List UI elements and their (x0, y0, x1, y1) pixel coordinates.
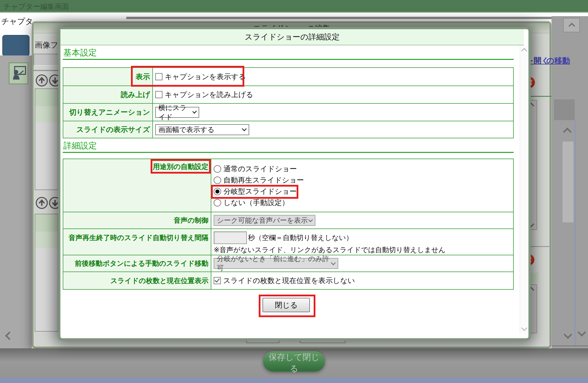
radio-icon[interactable] (214, 165, 221, 173)
slideshow-thumbnail[interactable] (9, 62, 28, 84)
page-left-panel (0, 55, 32, 348)
page-blue-button[interactable] (2, 35, 29, 56)
size-label: スライドの表示サイズ (63, 121, 153, 138)
radio-normal-label: 通常のスライドショー (223, 164, 297, 174)
table-row-display: 表示 キャプションを表示する (63, 68, 513, 85)
table-row-size: スライドの表示サイズ 画面幅で表示する (63, 121, 513, 138)
page-heading-fragment: チャプタ (1, 16, 33, 27)
table-row-animation: 切り替えアニメーション 横にスライド (63, 103, 513, 121)
scrollbar-thumb[interactable] (563, 142, 574, 222)
radio-icon[interactable] (214, 199, 221, 207)
readaloud-caption-checkbox[interactable] (155, 91, 162, 98)
readaloud-caption-label: キャプションを読み上げる (165, 90, 253, 99)
animation-select[interactable]: 横にスライド (155, 107, 199, 118)
display-label: 表示 (63, 68, 153, 85)
table-row-readaloud: 読み上げ キャプションを読み上げる (63, 85, 513, 103)
interval-label: 音声再生終了時のスライド自動切り替え間隔 (63, 229, 211, 255)
scroll-down-icon[interactable] (521, 325, 527, 331)
image-file-input[interactable] (34, 54, 59, 66)
advanced-settings-heading: 詳細設定 (63, 140, 97, 152)
count-display-label: スライドの枚数と現在位置表示 (63, 272, 211, 289)
slideshow-settings-modal: スライドショーの詳細設定 基本設定 表示 キャプションを表示する 読み上げ キャ… (58, 27, 531, 341)
close-button[interactable]: 閉じる (262, 298, 310, 312)
page-title-bar: チャプター編集画面 (0, 0, 588, 13)
page-footer-bar (0, 378, 588, 383)
radio-option-none[interactable]: しない（手動設定） (214, 197, 289, 208)
animation-label: 切り替えアニメーション (63, 104, 153, 121)
table-row-interval: 音声再生終了時のスライド自動切り替え間隔 秒（空欄＝自動切り替えしない） ※音声… (63, 228, 513, 255)
manual-move-value: 分岐がないとき「前に進む」のみ許可 (217, 254, 332, 273)
interval-note: ※音声がないスライド、リンクがあるスライドでは自動切り替えしません (214, 245, 445, 254)
list-item[interactable] (35, 106, 58, 122)
list-item[interactable] (35, 214, 58, 232)
readaloud-label: 読み上げ (63, 86, 153, 103)
divider (552, 345, 588, 346)
radio-option-branch[interactable]: 分岐型スライドショー (214, 186, 297, 197)
slide-list[interactable] (35, 88, 58, 190)
presentation-icon (11, 65, 26, 81)
animation-select-value: 横にスライド (158, 103, 193, 122)
divider (34, 70, 60, 71)
screen: チャプター編集画面 チャプタ スライドショーの編集 画像フ (0, 0, 588, 383)
size-select-value: 画面幅で表示する (158, 125, 215, 134)
move-up-icon[interactable] (35, 196, 48, 209)
basic-settings-table: 表示 キャプションを表示する 読み上げ キャプションを読み上げる 切り替えアニメ… (63, 67, 514, 138)
section-underline (63, 152, 514, 153)
advanced-settings-table: 用途別の自動設定 通常のスライドショー 自動再生スライドショー 分岐型スライドシ… (63, 159, 514, 290)
page-top-divider (126, 17, 588, 19)
modal-title: スライドショーの詳細設定 (60, 29, 524, 45)
display-caption-label: キャプションを表示する (165, 72, 246, 81)
modal-scrollbar[interactable] (520, 45, 528, 334)
chevron-down-icon (308, 217, 313, 222)
size-select[interactable]: 画面幅で表示する (155, 124, 249, 135)
interval-input[interactable] (214, 231, 247, 244)
save-close-button[interactable]: 保存して閉じる (263, 351, 325, 371)
table-row-manual-move: 前後移動ボタンによる手動のスライド移動 分岐がないとき「前に進む」のみ許可 (63, 255, 513, 272)
radio-icon[interactable] (214, 176, 221, 184)
page-title: チャプター編集画面 (3, 2, 69, 10)
display-caption-checkbox[interactable] (155, 73, 162, 80)
page-scroll-top-box[interactable] (563, 18, 580, 32)
radio-option-normal[interactable]: 通常のスライドショー (214, 163, 297, 174)
divider (575, 121, 576, 346)
move-up-icon[interactable] (35, 74, 48, 87)
list-item[interactable] (35, 232, 58, 248)
move-link[interactable]: の移動 (546, 55, 570, 66)
radio-option-autoplay[interactable]: 自動再生スライドショー (214, 174, 304, 186)
section-underline (63, 59, 514, 60)
slide-list[interactable] (35, 214, 58, 332)
list-item[interactable] (35, 89, 58, 106)
radio-autoplay-label: 自動再生スライドショー (223, 175, 304, 185)
manual-move-label: 前後移動ボタンによる手動のスライド移動 (63, 255, 211, 272)
manual-move-select: 分岐がないとき「前に進む」のみ許可 (214, 258, 338, 269)
chevron-down-icon (242, 127, 247, 131)
count-display-checkbox[interactable] (214, 277, 221, 284)
audio-control-select: シーク可能な音声バーを表示 (214, 215, 315, 226)
basic-settings-heading: 基本設定 (63, 47, 97, 59)
count-display-text: スライドの枚数と現在位置を表示しない (223, 276, 355, 285)
radio-branch-label: 分岐型スライドショー (223, 187, 297, 196)
radio-selected-icon[interactable] (214, 188, 221, 195)
image-file-label: 画像フ (35, 40, 58, 50)
radio-none-label: しない（手動設定） (223, 198, 289, 207)
audio-control-value: シーク可能な音声バーを表示 (217, 216, 308, 225)
table-row-count-display: スライドの枚数と現在位置表示 スライドの枚数と現在位置を表示しない (63, 272, 513, 289)
table-row-auto-setting: 用途別の自動設定 通常のスライドショー 自動再生スライドショー 分岐型スライドシ… (63, 159, 513, 212)
table-row-audio-control: 音声の制御 シーク可能な音声バーを表示 (63, 212, 513, 228)
audio-control-label: 音声の制御 (63, 212, 211, 228)
interval-suffix: 秒（空欄＝自動切り替えしない） (248, 233, 353, 242)
scroll-up-icon (569, 23, 575, 29)
scroll-up-icon[interactable] (521, 48, 527, 54)
auto-setting-label: 用途別の自動設定 (63, 159, 211, 212)
scrollbar-block (554, 99, 575, 120)
